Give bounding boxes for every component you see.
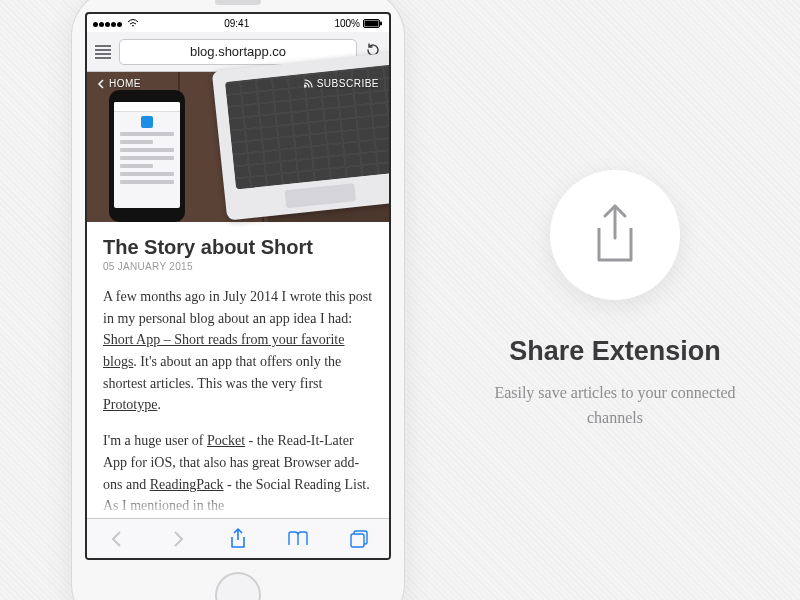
- safari-toolbar: [87, 518, 389, 558]
- rss-icon: [304, 79, 313, 88]
- share-button[interactable]: [223, 524, 253, 554]
- svg-rect-2: [380, 21, 382, 25]
- wifi-icon: [127, 19, 139, 28]
- promo-title: Share Extension: [509, 336, 721, 367]
- reader-view-icon[interactable]: [95, 43, 111, 61]
- battery-icon: [363, 19, 383, 28]
- home-label: HOME: [109, 78, 141, 89]
- svg-rect-4: [351, 534, 364, 547]
- promo-subtitle: Easily save articles to your connected c…: [485, 381, 745, 431]
- link-prototype[interactable]: Prototype: [103, 397, 157, 412]
- link-pocket[interactable]: Pocket: [207, 433, 245, 448]
- bookmarks-button[interactable]: [283, 524, 313, 554]
- device-column: 09:41 100% blog.shortapp.co: [0, 0, 430, 600]
- promo-icon-circle: [550, 170, 680, 300]
- link-readingpack[interactable]: ReadingPack: [150, 477, 224, 492]
- article-date: 05 JANUARY 2015: [103, 261, 373, 272]
- back-button[interactable]: [102, 524, 132, 554]
- promo-panel: Share Extension Easily save articles to …: [430, 0, 800, 600]
- battery-percent: 100%: [334, 18, 360, 29]
- tabs-button[interactable]: [344, 524, 374, 554]
- forward-button[interactable]: [163, 524, 193, 554]
- article-paragraph-1: A few months ago in July 2014 I wrote th…: [103, 286, 373, 416]
- share-icon: [587, 202, 643, 268]
- article-body: The Story about Short 05 JANUARY 2015 A …: [87, 222, 389, 518]
- status-time: 09:41: [139, 18, 334, 29]
- signal-dots-icon: [93, 18, 123, 29]
- phone-speaker: [215, 0, 261, 5]
- article-paragraph-2: I'm a huge user of Pocket - the Read-It-…: [103, 430, 373, 517]
- article-title: The Story about Short: [103, 236, 373, 259]
- chevron-left-icon: [97, 79, 105, 89]
- subscribe-label: SUBSCRIBE: [317, 78, 379, 89]
- phone-screen: 09:41 100% blog.shortapp.co: [85, 12, 391, 560]
- home-button[interactable]: [215, 572, 261, 600]
- status-bar: 09:41 100%: [87, 14, 389, 32]
- article-hero: HOME SUBSCRIBE: [87, 72, 389, 222]
- hero-phone: [109, 90, 185, 222]
- hero-laptop: [212, 49, 391, 220]
- iphone-device: 09:41 100% blog.shortapp.co: [72, 0, 404, 600]
- url-text: blog.shortapp.co: [190, 44, 286, 59]
- svg-rect-1: [365, 20, 379, 26]
- subscribe-link[interactable]: SUBSCRIBE: [304, 78, 379, 89]
- back-home-link[interactable]: HOME: [97, 78, 141, 89]
